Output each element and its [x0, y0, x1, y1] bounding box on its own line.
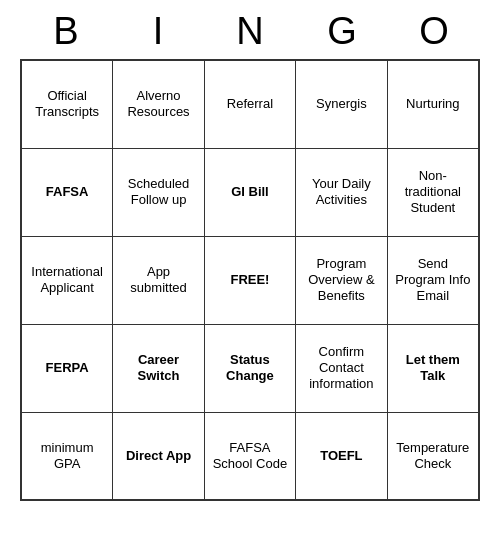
letter-b: B: [26, 10, 106, 53]
bingo-cell[interactable]: FAFSA School Code: [204, 412, 295, 500]
bingo-cell[interactable]: Temperature Check: [387, 412, 479, 500]
bingo-cell[interactable]: Direct App: [113, 412, 205, 500]
bingo-cell[interactable]: minimum GPA: [21, 412, 113, 500]
bingo-cell[interactable]: Referral: [204, 60, 295, 148]
letter-g: G: [302, 10, 382, 53]
letter-i: I: [118, 10, 198, 53]
bingo-title: B I N G O: [20, 0, 480, 59]
bingo-cell[interactable]: Alverno Resources: [113, 60, 205, 148]
letter-n: N: [210, 10, 290, 53]
bingo-cell[interactable]: Status Change: [204, 324, 295, 412]
bingo-cell[interactable]: International Applicant: [21, 236, 113, 324]
bingo-cell[interactable]: App submitted: [113, 236, 205, 324]
bingo-cell[interactable]: FERPA: [21, 324, 113, 412]
letter-o: O: [394, 10, 474, 53]
bingo-cell[interactable]: Career Switch: [113, 324, 205, 412]
bingo-cell[interactable]: Scheduled Follow up: [113, 148, 205, 236]
bingo-cell[interactable]: Confirm Contact information: [296, 324, 388, 412]
bingo-cell[interactable]: Let them Talk: [387, 324, 479, 412]
bingo-cell[interactable]: Send Program Info Email: [387, 236, 479, 324]
bingo-cell[interactable]: FAFSA: [21, 148, 113, 236]
bingo-cell[interactable]: Synergis: [296, 60, 388, 148]
bingo-cell[interactable]: GI Bill: [204, 148, 295, 236]
bingo-cell[interactable]: Program Overview & Benefits: [296, 236, 388, 324]
bingo-cell[interactable]: FREE!: [204, 236, 295, 324]
bingo-grid: Official TranscriptsAlverno ResourcesRef…: [20, 59, 480, 501]
bingo-cell[interactable]: Official Transcripts: [21, 60, 113, 148]
bingo-cell[interactable]: Nurturing: [387, 60, 479, 148]
bingo-cell[interactable]: TOEFL: [296, 412, 388, 500]
bingo-cell[interactable]: Your Daily Activities: [296, 148, 388, 236]
bingo-cell[interactable]: Non-traditional Student: [387, 148, 479, 236]
